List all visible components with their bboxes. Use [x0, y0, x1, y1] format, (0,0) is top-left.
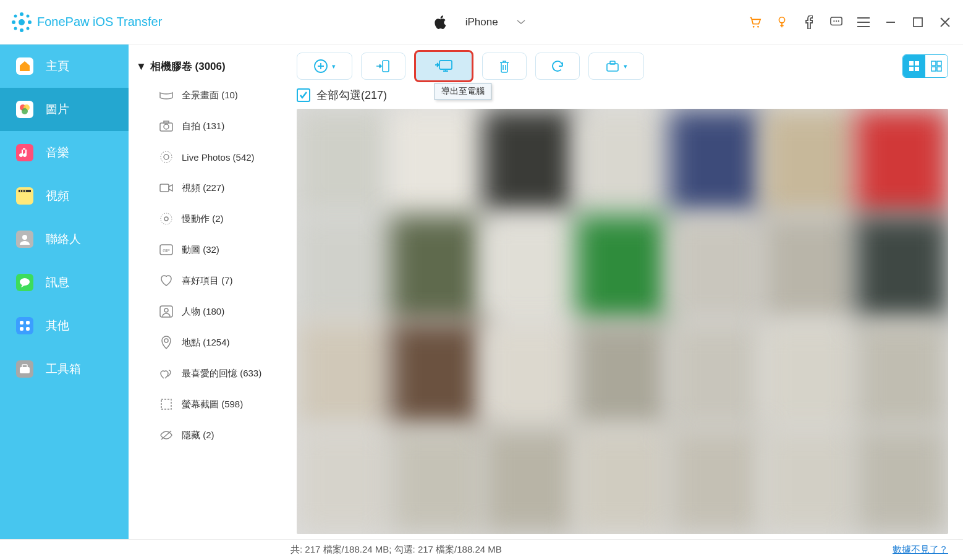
select-all-row: 全部勾選(217) — [282, 79, 963, 109]
select-all-label: 全部勾選(217) — [316, 88, 387, 103]
add-button[interactable]: ▾ — [297, 53, 352, 80]
app-title: FonePaw iOS Transfer — [37, 15, 162, 29]
svg-rect-45 — [160, 184, 169, 192]
album-label: 最喜愛的回憶 (633) — [182, 368, 261, 380]
svg-rect-63 — [931, 61, 936, 66]
menu-icon[interactable] — [857, 15, 870, 29]
export-to-device-button[interactable] — [361, 53, 405, 80]
svg-point-14 — [836, 20, 837, 22]
home-icon — [16, 57, 33, 75]
hidden-icon — [159, 428, 173, 442]
album-gif[interactable]: GIF 動圖 (32) — [134, 234, 277, 265]
delete-button[interactable] — [482, 53, 527, 80]
album-label: 視頻 (227) — [182, 182, 224, 194]
svg-point-29 — [22, 235, 27, 240]
svg-rect-50 — [160, 306, 172, 317]
svg-point-43 — [164, 155, 169, 159]
album-header-label: 相機膠卷 (3006) — [150, 59, 226, 74]
more-tools-button[interactable]: ▾ — [588, 53, 644, 80]
album-label: 地點 (1254) — [182, 337, 230, 349]
svg-point-47 — [164, 217, 168, 221]
app-logo-icon — [11, 12, 32, 33]
svg-point-9 — [753, 25, 755, 27]
titlebar: FonePaw iOS Transfer iPhone — [0, 0, 963, 45]
album-favorites[interactable]: 喜好項目 (7) — [134, 265, 277, 296]
svg-rect-33 — [20, 321, 23, 325]
people-icon — [159, 305, 173, 318]
svg-rect-55 — [383, 61, 389, 72]
svg-point-52 — [164, 339, 168, 342]
svg-rect-26 — [22, 190, 23, 192]
maximize-icon[interactable] — [911, 15, 925, 29]
livephoto-icon — [159, 150, 173, 164]
svg-rect-59 — [909, 61, 914, 66]
cart-icon[interactable] — [748, 15, 761, 29]
svg-rect-53 — [161, 399, 171, 409]
album-label: 自拍 (131) — [182, 121, 224, 132]
gif-icon: GIF — [159, 243, 173, 257]
album-videos[interactable]: 視頻 (227) — [134, 172, 277, 203]
memories-icon — [159, 367, 173, 380]
slomo-icon — [159, 212, 173, 226]
feedback-icon[interactable] — [829, 15, 843, 29]
album-label: 螢幕截圖 (598) — [182, 399, 243, 410]
album-header[interactable]: ▼ 相機膠卷 (3006) — [134, 57, 277, 80]
nav-messages[interactable]: 訊息 — [0, 261, 129, 304]
panorama-icon — [159, 88, 173, 102]
album-label: 隱藏 (2) — [182, 430, 214, 441]
nav-home[interactable]: 主頁 — [0, 45, 129, 88]
key-icon[interactable] — [775, 15, 789, 29]
device-selector[interactable]: iPhone — [435, 15, 525, 30]
photo-grid[interactable] — [297, 109, 948, 534]
svg-rect-60 — [915, 61, 919, 66]
location-icon — [159, 336, 173, 349]
album-label: 人物 (180) — [182, 306, 224, 318]
svg-rect-35 — [20, 327, 23, 331]
status-help-link[interactable]: 數據不見了？ — [893, 544, 948, 556]
album-hidden[interactable]: 隱藏 (2) — [134, 420, 277, 451]
album-selfie[interactable]: 自拍 (131) — [134, 111, 277, 142]
svg-point-13 — [833, 20, 834, 22]
album-places[interactable]: 地點 (1254) — [134, 327, 277, 358]
svg-point-11 — [779, 17, 784, 22]
svg-point-3 — [12, 20, 15, 24]
statusbar: 共: 217 檔案/188.24 MB; 勾選: 217 檔案/188.24 M… — [0, 539, 963, 560]
chevron-down-icon — [517, 20, 525, 25]
nav-videos[interactable]: 視頻 — [0, 174, 129, 218]
facebook-icon[interactable] — [802, 15, 816, 29]
svg-point-21 — [22, 108, 28, 114]
album-memories[interactable]: 最喜愛的回憶 (633) — [134, 358, 277, 389]
content-area: ▾ 導出至電腦 ▾ — [282, 45, 963, 539]
album-people[interactable]: 人物 (180) — [134, 296, 277, 327]
nav-music[interactable]: 音樂 — [0, 131, 129, 174]
minimize-icon[interactable] — [884, 15, 897, 29]
close-icon[interactable] — [938, 15, 952, 29]
nav-toolbox[interactable]: 工具箱 — [0, 347, 129, 391]
svg-rect-65 — [931, 67, 936, 71]
refresh-button[interactable] — [535, 53, 580, 80]
export-tooltip: 導出至電腦 — [435, 83, 491, 100]
album-livephotos[interactable]: Live Photos (542) — [134, 142, 277, 172]
grid-view-button[interactable] — [903, 55, 925, 77]
album-screenshots[interactable]: 螢幕截圖 (598) — [134, 389, 277, 420]
album-slomo[interactable]: 慢動作 (2) — [134, 203, 277, 234]
nav-label: 視頻 — [46, 188, 69, 204]
nav-other[interactable]: 其他 — [0, 304, 129, 347]
nav-contacts[interactable]: 聯絡人 — [0, 218, 129, 261]
svg-point-46 — [161, 213, 172, 224]
nav-photos[interactable]: 圖片 — [0, 88, 129, 131]
svg-rect-62 — [915, 67, 919, 71]
svg-rect-42 — [164, 121, 169, 123]
svg-point-5 — [14, 14, 17, 17]
music-icon — [16, 144, 33, 161]
export-to-pc-button[interactable]: 導出至電腦 — [414, 50, 473, 82]
list-view-button[interactable] — [925, 55, 948, 77]
svg-point-4 — [28, 20, 32, 24]
toolbar: ▾ 導出至電腦 ▾ — [282, 45, 963, 79]
select-all-checkbox[interactable] — [297, 88, 310, 102]
album-panorama[interactable]: 全景畫面 (10) — [134, 80, 277, 111]
nav-label: 圖片 — [46, 101, 69, 117]
svg-rect-34 — [26, 321, 30, 325]
toolbox-icon — [16, 360, 33, 378]
svg-point-51 — [164, 308, 168, 312]
